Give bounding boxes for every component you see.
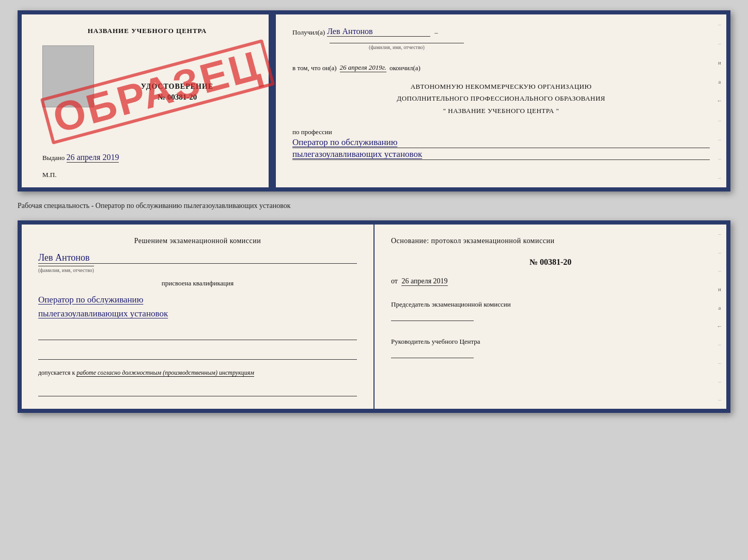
cert-photo xyxy=(42,45,94,107)
cert-right-page: – – и а ← – – – – Получил(а) Лев Антонов… xyxy=(276,14,726,187)
in-that-prefix: в том, что он(а) xyxy=(292,64,337,72)
bottom-certificate-book: Решением экзаменационной комиссии Лев Ан… xyxy=(18,220,730,413)
person-name: Лев Антонов xyxy=(38,252,89,263)
bottom-side-arrow: ← xyxy=(717,323,723,329)
commission-text: Решением экзаменационной комиссии xyxy=(38,237,357,245)
qualification-line2: пылегазоулавливающих установок xyxy=(38,307,357,321)
org-block: АВТОНОМНУЮ НЕКОММЕРЧЕСКУЮ ОРГАНИЗАЦИЮ ДО… xyxy=(292,81,710,117)
head-label: Руководитель учебного Центра xyxy=(391,338,710,346)
head-sig-line xyxy=(391,348,474,358)
person-name-block: Лев Антонов (фамилия, имя, отчество) xyxy=(38,252,357,274)
recipient-name: Лев Антонов xyxy=(327,27,430,37)
bottom-left-page: Решением экзаменационной комиссии Лев Ан… xyxy=(22,225,375,409)
org-line1: АВТОНОМНУЮ НЕКОММЕРЧЕСКУЮ ОРГАНИЗАЦИЮ xyxy=(292,81,710,92)
cert-school-name: НАЗВАНИЕ УЧЕБНОГО ЦЕНТРА xyxy=(88,27,207,35)
chairman-block: Председатель экзаменационной комиссии xyxy=(391,300,710,321)
name-field-label-bottom: (фамилия, имя, отчество) xyxy=(38,266,94,273)
side-dashes-right: – – и а ← – – – – xyxy=(715,14,724,187)
profession-line2: пылегазоулавливающих установок xyxy=(292,149,710,160)
side-char-arrow: ← xyxy=(717,98,723,104)
bottom-side-dashes: – – – и а ← – – – – xyxy=(715,225,724,409)
qualification-block: Оператор по обслуживанию пылегазоулавлив… xyxy=(38,293,357,321)
allowed-prefix: допускается к xyxy=(38,369,75,376)
allowed-italic: работе согласно должностным (производств… xyxy=(76,369,254,376)
book-spine-top xyxy=(270,14,276,187)
name-field-label-top: (фамилия, имя, отчество) xyxy=(330,43,464,50)
completion-date: 26 апреля 2019г. xyxy=(340,63,386,72)
profession-prefix: по профессии xyxy=(292,128,332,136)
org-line2: ДОПОЛНИТЕЛЬНОГО ПРОФЕССИОНАЛЬНОГО ОБРАЗО… xyxy=(292,92,710,104)
cert-issued-line: Выдано 26 апреля 2019 xyxy=(42,153,252,163)
side-char-a: а xyxy=(719,78,721,85)
cert-info-block: УДОСТОВЕРЕНИЕ № 00381-20 xyxy=(102,45,252,138)
profession-block: по профессии Оператор по обслуживанию пы… xyxy=(292,127,710,160)
blank-line-1 xyxy=(38,330,357,340)
chairman-sig-line xyxy=(391,311,474,321)
cert-number: № 00381-20 xyxy=(158,93,197,102)
date-prefix: от xyxy=(391,277,398,285)
blank-line-2 xyxy=(38,349,357,360)
assigned-label: присвоена квалификация xyxy=(38,279,357,287)
bottom-side-a: а xyxy=(719,305,721,311)
bottom-right-page: – – – и а ← – – – – Основание: протокол … xyxy=(375,225,726,409)
completion-label: окончил(а) xyxy=(389,64,420,72)
qualification-line1: Оператор по обслуживанию xyxy=(38,293,357,307)
cert-title: УДОСТОВЕРЕНИЕ xyxy=(141,83,213,91)
profession-line1: Оператор по обслуживанию xyxy=(292,137,710,148)
issued-label: Выдано xyxy=(42,154,65,162)
bottom-side-u: и xyxy=(718,286,721,292)
protocol-date-line: от 26 апреля 2019 xyxy=(391,277,710,286)
received-line: Получил(а) Лев Антонов – xyxy=(292,27,710,37)
allowed-block: допускается к работе согласно должностны… xyxy=(38,369,357,377)
basis-label: Основание: протокол экзаменационной коми… xyxy=(391,237,710,245)
protocol-date: 26 апреля 2019 xyxy=(401,277,447,286)
in-that-line: в том, что он(а) 26 апреля 2019г. окончи… xyxy=(292,63,710,72)
side-char-u: и xyxy=(718,59,721,66)
blank-line-3 xyxy=(38,386,357,396)
top-certificate-book: НАЗВАНИЕ УЧЕБНОГО ЦЕНТРА УДОСТОВЕРЕНИЕ №… xyxy=(18,10,730,191)
bottom-certificate-section: Решением экзаменационной комиссии Лев Ан… xyxy=(18,220,730,413)
protocol-number: № 00381-20 xyxy=(391,258,710,267)
separator-label: Рабочая специальность - Оператор по обсл… xyxy=(18,200,730,212)
cert-mp: М.П. xyxy=(42,171,252,179)
received-prefix: Получил(а) xyxy=(292,28,325,37)
issued-date: 26 апреля 2019 xyxy=(67,153,119,163)
org-line3: " НАЗВАНИЕ УЧЕБНОГО ЦЕНТРА " xyxy=(292,105,710,117)
top-certificate-section: НАЗВАНИЕ УЧЕБНОГО ЦЕНТРА УДОСТОВЕРЕНИЕ №… xyxy=(18,10,730,191)
cert-left-page: НАЗВАНИЕ УЧЕБНОГО ЦЕНТРА УДОСТОВЕРЕНИЕ №… xyxy=(22,14,270,187)
head-block: Руководитель учебного Центра xyxy=(391,338,710,358)
chairman-label: Председатель экзаменационной комиссии xyxy=(391,300,710,309)
